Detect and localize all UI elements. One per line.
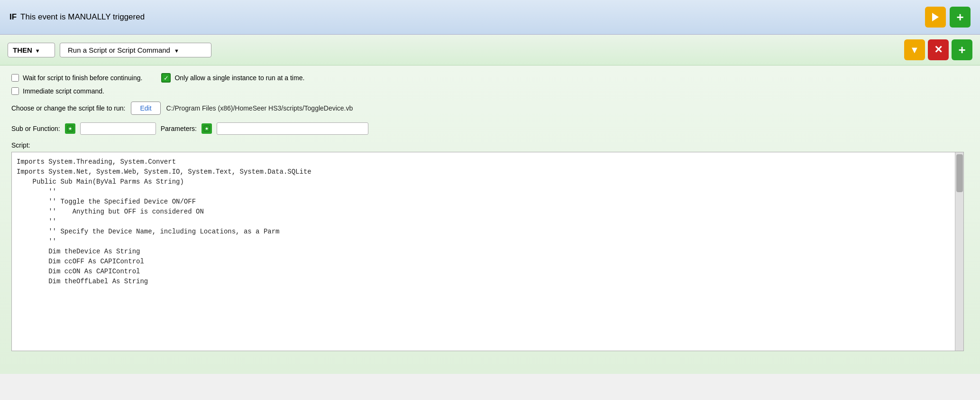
- second-bar: THEN Run a Script or Script Command ▼ ✕ …: [0, 35, 980, 65]
- script-label: Script:: [11, 141, 969, 149]
- parameters-icon[interactable]: ★: [201, 123, 212, 134]
- play-button[interactable]: [925, 7, 946, 28]
- immediate-command-label: Immediate script command.: [23, 87, 104, 95]
- wait-for-script-label: Wait for script to finish before continu…: [23, 74, 142, 82]
- if-label: IF: [9, 12, 17, 22]
- then-chevron-icon: [35, 46, 40, 54]
- main-content: Wait for script to finish before continu…: [0, 65, 980, 374]
- trigger-description: IF This event is MANUALLY triggered: [9, 12, 145, 22]
- action-chevron-icon: [174, 46, 179, 54]
- file-path: C:/Program Files (x86)/HomeSeer HS3/scri…: [166, 104, 353, 112]
- parameters-input[interactable]: [217, 122, 368, 135]
- script-container: [11, 152, 964, 351]
- choose-file-label: Choose or change the script file to run:: [11, 104, 125, 112]
- edit-button[interactable]: Edit: [131, 102, 160, 115]
- second-bar-right: ▼ ✕ +: [904, 39, 972, 60]
- sub-function-input[interactable]: [80, 122, 156, 135]
- options-row-2: Immediate script command.: [11, 87, 969, 95]
- single-instance-option[interactable]: ✓ Only allow a single instance to run at…: [161, 73, 304, 83]
- then-dropdown[interactable]: THEN: [8, 43, 55, 57]
- wait-for-script-checkbox[interactable]: [11, 74, 19, 82]
- add-button-second[interactable]: +: [952, 39, 972, 60]
- wait-for-script-option[interactable]: Wait for script to finish before continu…: [11, 74, 142, 82]
- script-editor[interactable]: [12, 152, 955, 351]
- immediate-command-checkbox[interactable]: [11, 87, 19, 95]
- immediate-command-option[interactable]: Immediate script command.: [11, 87, 104, 95]
- delete-button[interactable]: ✕: [928, 39, 949, 60]
- top-bar: IF This event is MANUALLY triggered +: [0, 0, 980, 35]
- action-dropdown[interactable]: Run a Script or Script Command: [60, 43, 211, 57]
- sub-function-row: Sub or Function: ★ Parameters: ★: [11, 122, 969, 135]
- top-bar-actions: +: [925, 7, 971, 28]
- sub-function-label: Sub or Function:: [11, 125, 60, 132]
- trigger-text: This event is MANUALLY triggered: [20, 12, 145, 22]
- file-row: Choose or change the script file to run:…: [11, 102, 969, 115]
- script-scrollbar[interactable]: [955, 152, 963, 351]
- options-row-1: Wait for script to finish before continu…: [11, 73, 969, 83]
- second-bar-left: THEN Run a Script or Script Command: [8, 43, 211, 57]
- action-label: Run a Script or Script Command: [68, 46, 170, 54]
- single-instance-label: Only allow a single instance to run at a…: [174, 74, 304, 82]
- parameters-label: Parameters:: [161, 125, 197, 132]
- sub-function-icon[interactable]: ★: [65, 123, 75, 134]
- move-down-button[interactable]: ▼: [904, 39, 925, 60]
- svg-text:★: ★: [205, 126, 209, 131]
- add-button-top[interactable]: +: [950, 7, 971, 28]
- single-instance-check-icon: ✓: [161, 73, 171, 83]
- then-label: THEN: [13, 46, 32, 54]
- scrollbar-thumb: [956, 154, 963, 192]
- svg-text:★: ★: [68, 126, 72, 131]
